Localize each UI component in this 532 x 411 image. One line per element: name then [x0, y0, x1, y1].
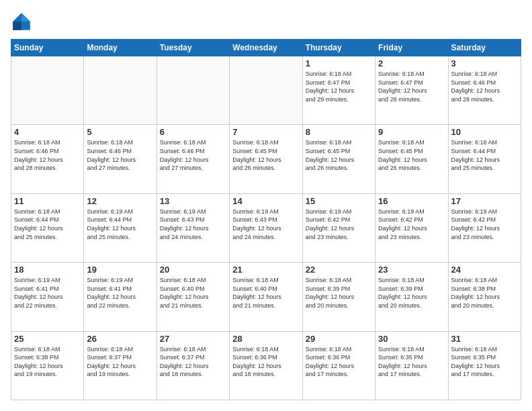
- calendar-cell: 4Sunrise: 6:18 AM Sunset: 6:46 PM Daylig…: [11, 125, 84, 193]
- cell-sun-info: Sunrise: 6:18 AM Sunset: 6:46 PM Dayligh…: [14, 138, 81, 172]
- calendar-cell: 2Sunrise: 6:18 AM Sunset: 6:47 PM Daylig…: [375, 56, 448, 125]
- day-number: 2: [378, 58, 445, 68]
- calendar-cell: 25Sunrise: 6:18 AM Sunset: 6:38 PM Dayli…: [11, 331, 84, 400]
- cell-sun-info: Sunrise: 6:18 AM Sunset: 6:39 PM Dayligh…: [306, 276, 372, 310]
- calendar-cell: 31Sunrise: 6:18 AM Sunset: 6:35 PM Dayli…: [448, 331, 521, 400]
- cell-sun-info: Sunrise: 6:19 AM Sunset: 6:42 PM Dayligh…: [306, 208, 372, 241]
- day-number: 10: [451, 127, 518, 137]
- day-number: 17: [451, 196, 518, 206]
- day-number: 16: [378, 196, 445, 206]
- cell-sun-info: Sunrise: 6:18 AM Sunset: 6:45 PM Dayligh…: [232, 138, 299, 172]
- week-row-1: 1Sunrise: 6:18 AM Sunset: 6:47 PM Daylig…: [11, 56, 521, 125]
- cell-sun-info: Sunrise: 6:18 AM Sunset: 6:45 PM Dayligh…: [306, 138, 372, 172]
- calendar-cell: 23Sunrise: 6:18 AM Sunset: 6:39 PM Dayli…: [375, 263, 448, 331]
- calendar-cell: 6Sunrise: 6:18 AM Sunset: 6:46 PM Daylig…: [157, 125, 229, 193]
- logo-icon: [11, 11, 32, 32]
- header-row: SundayMondayTuesdayWednesdayThursdayFrid…: [11, 40, 521, 56]
- calendar-cell: 30Sunrise: 6:18 AM Sunset: 6:35 PM Dayli…: [375, 331, 448, 400]
- day-number: 29: [306, 334, 372, 344]
- calendar-table: SundayMondayTuesdayWednesdayThursdayFrid…: [11, 39, 521, 400]
- day-number: 24: [451, 265, 518, 275]
- day-number: 21: [232, 265, 299, 275]
- cell-sun-info: Sunrise: 6:18 AM Sunset: 6:44 PM Dayligh…: [451, 138, 518, 172]
- calendar-cell: 11Sunrise: 6:18 AM Sunset: 6:44 PM Dayli…: [11, 193, 84, 262]
- calendar-cell: 5Sunrise: 6:18 AM Sunset: 6:46 PM Daylig…: [84, 125, 157, 193]
- cell-sun-info: Sunrise: 6:19 AM Sunset: 6:42 PM Dayligh…: [378, 208, 445, 241]
- calendar-cell: 20Sunrise: 6:18 AM Sunset: 6:40 PM Dayli…: [157, 263, 229, 331]
- cell-sun-info: Sunrise: 6:18 AM Sunset: 6:45 PM Dayligh…: [378, 138, 445, 172]
- calendar-cell: 21Sunrise: 6:18 AM Sunset: 6:40 PM Dayli…: [230, 263, 302, 331]
- svg-marker-2: [13, 21, 21, 30]
- week-row-5: 25Sunrise: 6:18 AM Sunset: 6:38 PM Dayli…: [11, 331, 521, 400]
- day-number: 25: [14, 334, 81, 344]
- calendar-cell: [84, 56, 157, 125]
- header: [11, 11, 521, 32]
- calendar-cell: 13Sunrise: 6:19 AM Sunset: 6:43 PM Dayli…: [157, 193, 229, 262]
- week-row-3: 11Sunrise: 6:18 AM Sunset: 6:44 PM Dayli…: [11, 193, 521, 262]
- calendar-cell: [157, 56, 229, 125]
- calendar-cell: 16Sunrise: 6:19 AM Sunset: 6:42 PM Dayli…: [375, 193, 448, 262]
- day-number: 3: [451, 58, 518, 68]
- calendar-cell: 27Sunrise: 6:18 AM Sunset: 6:37 PM Dayli…: [157, 331, 229, 400]
- week-row-2: 4Sunrise: 6:18 AM Sunset: 6:46 PM Daylig…: [11, 125, 521, 193]
- day-header-monday: Monday: [84, 40, 157, 56]
- logo: [11, 11, 35, 32]
- cell-sun-info: Sunrise: 6:18 AM Sunset: 6:38 PM Dayligh…: [451, 276, 518, 310]
- cell-sun-info: Sunrise: 6:19 AM Sunset: 6:41 PM Dayligh…: [87, 276, 153, 310]
- cell-sun-info: Sunrise: 6:18 AM Sunset: 6:46 PM Dayligh…: [160, 138, 226, 172]
- cell-sun-info: Sunrise: 6:19 AM Sunset: 6:43 PM Dayligh…: [232, 208, 299, 241]
- calendar-cell: [11, 56, 84, 125]
- day-number: 23: [378, 265, 445, 275]
- calendar-cell: 8Sunrise: 6:18 AM Sunset: 6:45 PM Daylig…: [302, 125, 375, 193]
- day-header-friday: Friday: [375, 40, 448, 56]
- cell-sun-info: Sunrise: 6:18 AM Sunset: 6:40 PM Dayligh…: [232, 276, 299, 310]
- calendar-cell: 14Sunrise: 6:19 AM Sunset: 6:43 PM Dayli…: [230, 193, 302, 262]
- day-number: 11: [14, 196, 81, 206]
- calendar-cell: 10Sunrise: 6:18 AM Sunset: 6:44 PM Dayli…: [448, 125, 521, 193]
- calendar-cell: 18Sunrise: 6:19 AM Sunset: 6:41 PM Dayli…: [11, 263, 84, 331]
- cell-sun-info: Sunrise: 6:19 AM Sunset: 6:43 PM Dayligh…: [160, 208, 226, 241]
- calendar-cell: 17Sunrise: 6:19 AM Sunset: 6:42 PM Dayli…: [448, 193, 521, 262]
- calendar-cell: 19Sunrise: 6:19 AM Sunset: 6:41 PM Dayli…: [84, 263, 157, 331]
- day-number: 30: [378, 334, 445, 344]
- day-number: 1: [306, 58, 372, 68]
- calendar-cell: 15Sunrise: 6:19 AM Sunset: 6:42 PM Dayli…: [302, 193, 375, 262]
- day-number: 8: [306, 127, 372, 137]
- calendar-cell: 9Sunrise: 6:18 AM Sunset: 6:45 PM Daylig…: [375, 125, 448, 193]
- day-number: 20: [160, 265, 226, 275]
- cell-sun-info: Sunrise: 6:18 AM Sunset: 6:44 PM Dayligh…: [14, 208, 81, 241]
- cell-sun-info: Sunrise: 6:19 AM Sunset: 6:41 PM Dayligh…: [14, 276, 81, 310]
- calendar-cell: 22Sunrise: 6:18 AM Sunset: 6:39 PM Dayli…: [302, 263, 375, 331]
- calendar-cell: 7Sunrise: 6:18 AM Sunset: 6:45 PM Daylig…: [230, 125, 302, 193]
- day-number: 27: [160, 334, 226, 344]
- week-row-4: 18Sunrise: 6:19 AM Sunset: 6:41 PM Dayli…: [11, 263, 521, 331]
- cell-sun-info: Sunrise: 6:18 AM Sunset: 6:37 PM Dayligh…: [160, 345, 226, 379]
- cell-sun-info: Sunrise: 6:18 AM Sunset: 6:37 PM Dayligh…: [87, 345, 153, 379]
- day-number: 13: [160, 196, 226, 206]
- cell-sun-info: Sunrise: 6:18 AM Sunset: 6:46 PM Dayligh…: [87, 138, 153, 172]
- day-number: 14: [232, 196, 299, 206]
- calendar-cell: 12Sunrise: 6:19 AM Sunset: 6:44 PM Dayli…: [84, 193, 157, 262]
- day-number: 15: [306, 196, 372, 206]
- cell-sun-info: Sunrise: 6:18 AM Sunset: 6:47 PM Dayligh…: [378, 70, 445, 103]
- page: SundayMondayTuesdayWednesdayThursdayFrid…: [0, 0, 532, 411]
- calendar-cell: 1Sunrise: 6:18 AM Sunset: 6:47 PM Daylig…: [302, 56, 375, 125]
- day-number: 19: [87, 265, 153, 275]
- cell-sun-info: Sunrise: 6:18 AM Sunset: 6:36 PM Dayligh…: [306, 345, 372, 379]
- cell-sun-info: Sunrise: 6:18 AM Sunset: 6:40 PM Dayligh…: [160, 276, 226, 310]
- day-number: 4: [14, 127, 81, 137]
- calendar-cell: 26Sunrise: 6:18 AM Sunset: 6:37 PM Dayli…: [84, 331, 157, 400]
- cell-sun-info: Sunrise: 6:18 AM Sunset: 6:35 PM Dayligh…: [378, 345, 445, 379]
- cell-sun-info: Sunrise: 6:18 AM Sunset: 6:47 PM Dayligh…: [306, 70, 372, 103]
- day-number: 22: [306, 265, 372, 275]
- day-header-saturday: Saturday: [448, 40, 521, 56]
- day-header-sunday: Sunday: [11, 40, 84, 56]
- cell-sun-info: Sunrise: 6:19 AM Sunset: 6:44 PM Dayligh…: [87, 208, 153, 241]
- day-number: 28: [232, 334, 299, 344]
- calendar-cell: [230, 56, 302, 125]
- calendar-cell: 3Sunrise: 6:18 AM Sunset: 6:46 PM Daylig…: [448, 56, 521, 125]
- day-number: 9: [378, 127, 445, 137]
- day-header-thursday: Thursday: [302, 40, 375, 56]
- day-number: 12: [87, 196, 153, 206]
- cell-sun-info: Sunrise: 6:18 AM Sunset: 6:46 PM Dayligh…: [451, 70, 518, 103]
